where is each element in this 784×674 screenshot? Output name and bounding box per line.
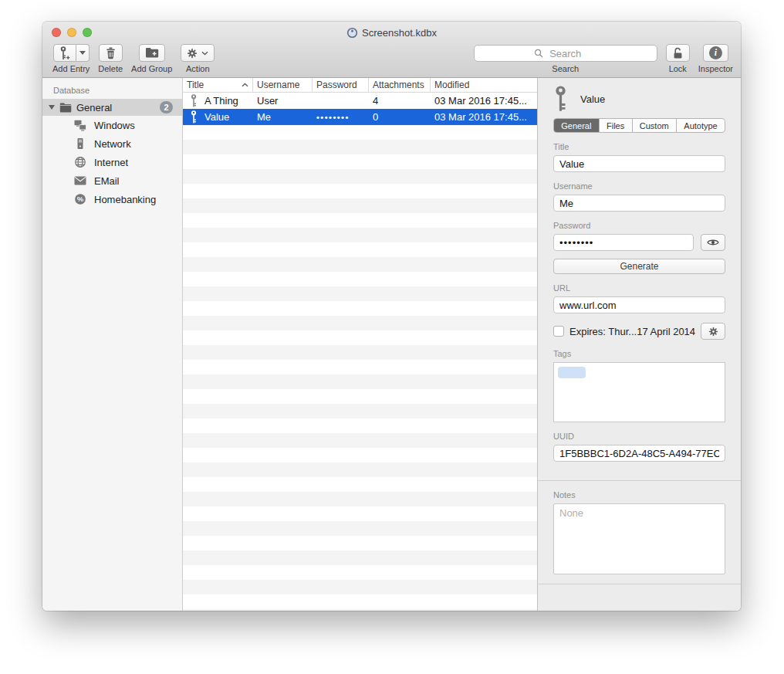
toolbar-item-search: Search [474,44,657,73]
lock-icon [672,47,684,59]
sidebar-section-header: Database [42,84,182,99]
sidebar-group-label: General [76,102,155,113]
column-header-attachments[interactable]: Attachments [369,78,431,92]
title-field[interactable] [553,155,725,172]
sidebar-item-email[interactable]: EMail [42,171,182,190]
username-field[interactable] [553,195,725,212]
sidebar-group-general[interactable]: General 2 [42,99,182,116]
expires-checkbox[interactable] [553,326,564,337]
search-input[interactable] [474,45,657,62]
entry-list-header: Title Username Password Attachments Modi… [183,78,537,93]
minimize-button[interactable] [67,28,76,37]
column-header-label: Username [257,80,299,90]
delete-button[interactable] [99,44,123,62]
inspector-header: Value [538,78,741,112]
entry-row[interactable]: Value Me •••••••• 0 03 Mar 2016 17:45... [183,109,537,125]
delete-label: Delete [98,64,123,73]
sidebar-item-network[interactable]: Network [42,134,182,153]
entry-title-cell: A Thing [204,95,238,107]
key-plus-icon [59,46,70,60]
add-group-button[interactable] [139,44,165,62]
entry-title-cell: Value [204,111,229,123]
uuid-field-label: UUID [553,432,725,441]
add-entry-dropdown-button[interactable] [76,44,90,62]
entry-row[interactable]: A Thing User 4 03 Mar 2016 17:45... [183,93,537,109]
toolbar-item-action: Action [181,44,215,73]
inspector-tabs: GeneralFilesCustomAutotype [553,118,725,133]
inspector-button[interactable]: i [703,44,728,62]
lock-button[interactable] [666,44,690,62]
column-header-title[interactable]: Title [183,78,253,92]
sidebar-item-label: EMail [94,175,120,187]
zoom-button[interactable] [83,28,92,37]
entry-password-cell: •••••••• [313,113,369,122]
sidebar-item-internet[interactable]: Internet [42,153,182,171]
column-header-label: Attachments [373,80,424,90]
reveal-password-button[interactable] [701,234,725,251]
toolbar-item-delete: Delete [98,44,123,73]
network-icon [74,137,86,150]
tags-field[interactable] [553,362,725,422]
dropdown-arrow-icon [79,51,86,55]
add-entry-label: Add Entry [52,64,90,73]
sidebar-item-windows[interactable]: Windows [42,116,182,134]
title-field-label: Title [553,142,725,151]
toolbar: Add Entry Delete [42,43,741,77]
column-header-modified[interactable]: Modified [431,78,537,92]
tab-general[interactable]: General [554,119,600,132]
tab-autotype[interactable]: Autotype [677,119,725,132]
notes-field[interactable] [553,503,725,574]
column-header-label: Modified [434,80,469,90]
sidebar-item-label: Internet [94,157,128,168]
tags-field-label: Tags [553,349,725,358]
close-button[interactable] [52,28,61,37]
tab-files[interactable]: Files [600,119,633,132]
column-header-password[interactable]: Password [313,78,369,92]
homebanking-icon: % [74,193,86,205]
tag-token[interactable] [558,367,586,378]
add-entry-button[interactable] [53,44,76,62]
entry-modified-cell: 03 Mar 2016 17:45... [431,111,537,123]
toolbar-item-inspector: i Inspector [698,44,733,73]
expires-settings-button[interactable] [701,323,725,340]
folder-plus-icon [145,47,159,59]
trash-icon [105,47,117,59]
window-title-text: Screenshot.kdbx [362,27,437,39]
sort-ascending-icon [242,83,248,87]
sidebar-item-label: Windows [94,120,135,131]
tab-custom[interactable]: Custom [633,119,677,132]
entry-attachments-cell: 0 [369,111,431,123]
username-field-label: Username [553,181,725,191]
document-proxy-icon[interactable] [346,27,358,39]
password-field[interactable] [553,234,694,251]
expires-label: Expires: Thur...17 April 2014 [569,326,695,337]
uuid-field[interactable] [553,445,725,462]
lock-label: Lock [669,64,687,73]
entry-list-empty-area [183,125,537,611]
sidebar-item-label: Network [94,138,131,150]
sidebar-item-homebanking[interactable]: % Homebanking [42,190,182,208]
action-label: Action [186,64,210,73]
inspector-label: Inspector [698,64,733,73]
inspector-entry-title: Value [580,93,605,105]
url-field-label: URL [553,283,725,293]
toolbar-item-add-group: Add Group [131,44,172,73]
generate-password-button[interactable]: Generate [553,259,725,274]
chevron-down-icon [201,51,208,56]
action-button[interactable] [181,44,215,62]
gear-icon [708,327,718,337]
notes-field-label: Notes [553,490,725,500]
titlebar[interactable]: Screenshot.kdbx [42,22,741,43]
window-chrome: Screenshot.kdbx [42,22,741,78]
url-field[interactable] [553,296,725,313]
entry-list: Title Username Password Attachments Modi… [183,78,537,611]
entry-username-cell: Me [253,111,313,123]
entry-count-badge: 2 [160,101,173,113]
desktop: Screenshot.kdbx [0,0,784,674]
window-title: Screenshot.kdbx [346,27,437,39]
entry-modified-cell: 03 Mar 2016 17:45... [431,95,537,107]
entry-username-cell: User [253,95,313,107]
app-window: Screenshot.kdbx [42,22,741,611]
column-header-username[interactable]: Username [253,78,313,92]
disclosure-triangle-icon[interactable] [49,105,55,110]
